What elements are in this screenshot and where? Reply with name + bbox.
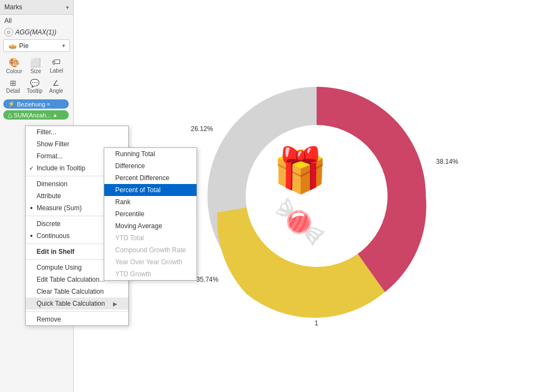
menu-filter[interactable]: Filter... [26, 126, 128, 138]
menu-quick-table-calc[interactable]: Quick Table Calculation ▶ [26, 298, 128, 310]
label-button[interactable]: 🏷 Label [46, 56, 66, 76]
menu-quick-table-label: Quick Table Calculation [37, 300, 105, 307]
marks-header: Marks ▾ [0, 0, 73, 15]
size-label: Size [31, 68, 41, 74]
quick-table-submenu: Running Total Difference Percent Differe… [104, 147, 197, 281]
sum-pill[interactable]: △ SUM(Anzah... ▲ [3, 110, 69, 120]
chart-type-selector[interactable]: 🥧 Pie ▾ [3, 39, 70, 52]
menu-filter-label: Filter... [37, 128, 56, 136]
menu-format-label: Format... [37, 152, 63, 160]
detail-button[interactable]: ⊞ Detail [3, 77, 23, 96]
submenu-percent-difference[interactable]: Percent Difference [104, 172, 197, 184]
colour-button[interactable]: 🎨 Colour [3, 56, 25, 76]
detail-label: Detail [6, 88, 20, 94]
colour-icon: 🎨 [9, 57, 20, 68]
label-top-left: 26.12% [191, 125, 213, 133]
submenu-moving-avg[interactable]: Moving Average [104, 220, 197, 232]
label-right: 38.14% [436, 158, 459, 165]
beziehung-pill[interactable]: ⚡ Beziehung ≡ [3, 99, 69, 109]
submenu-running-total[interactable]: Running Total [104, 148, 197, 160]
percentile-label: Percentile [115, 210, 144, 218]
ytd-growth-label: YTD Growth [115, 270, 151, 278]
angle-icon: ∠ [52, 79, 60, 87]
difference-label: Difference [115, 162, 145, 170]
percent-difference-label: Percent Difference [115, 174, 169, 182]
chart-center-icon: 🎁🍬 [273, 152, 360, 240]
donut-chart: 🎁🍬 26.12% 38.14% 35.74% 1 [180, 60, 453, 332]
menu-include-tooltip-label: Include in Tooltip [37, 164, 85, 172]
submenu-ytd-growth: YTD Growth [104, 268, 197, 280]
agg-text: AGG(MAX(1)) [15, 28, 56, 36]
rank-label: Rank [115, 198, 130, 206]
marks-icons: 🎨 Colour ⬜ Size 🏷 Label ⊞ Detail 💬 Toolt… [0, 54, 73, 98]
colour-label: Colour [6, 68, 22, 74]
menu-clear-table-calc[interactable]: Clear Table Calculation [26, 286, 128, 298]
menu-clear-table-label: Clear Table Calculation [37, 288, 104, 295]
submenu-compound-growth: Compound Growth Rate [104, 244, 197, 256]
size-button[interactable]: ⬜ Size [26, 56, 45, 76]
detail-icon: ⊞ [10, 79, 16, 87]
submenu-rank[interactable]: Rank [104, 196, 197, 208]
all-label: All [0, 15, 73, 27]
moving-avg-label: Moving Average [115, 222, 162, 230]
year-over-year-label: Year Over Year Growth [115, 258, 182, 266]
beziehung-label: Beziehung [17, 101, 45, 108]
menu-measure-label: Measure (Sum) [37, 204, 82, 212]
pill-row: ⚡ Beziehung ≡ △ SUM(Anzah... ▲ [0, 98, 73, 121]
submenu-ytd-total: YTD Total [104, 232, 197, 244]
menu-dimension-label: Dimension [37, 180, 68, 188]
submenu-difference[interactable]: Difference [104, 160, 197, 172]
submenu-year-over-year: Year Over Year Growth [104, 256, 197, 268]
menu-remove[interactable]: Remove [26, 313, 128, 325]
sum-label: SUM(Anzah... [14, 112, 51, 118]
angle-button[interactable]: ∠ Angle [46, 77, 66, 96]
pie-label: Pie [19, 42, 60, 50]
size-icon: ⬜ [30, 57, 41, 68]
menu-edit-table-label: Edit Table Calculation... [37, 276, 105, 283]
ytd-total-label: YTD Total [115, 234, 144, 242]
bullet-icon: • [30, 204, 33, 212]
separator-5 [26, 311, 128, 312]
menu-attribute-label: Attribute [37, 192, 61, 200]
agg-icon: ⊙ [4, 28, 13, 37]
tooltip-button[interactable]: 💬 Tooltip [24, 77, 45, 96]
menu-discrete-label: Discrete [37, 220, 61, 228]
menu-remove-label: Remove [37, 316, 61, 323]
tooltip-label: Tooltip [27, 88, 43, 94]
label-icon: 🏷 [52, 57, 61, 67]
label-center-bottom: 1 [314, 319, 318, 327]
menu-edit-shelf-label: Edit in Shelf [37, 248, 74, 256]
label-label: Label [50, 68, 63, 74]
menu-compute-label: Compute Using [37, 264, 82, 271]
pie-dropdown-icon: ▾ [62, 43, 65, 49]
label-bottom-left: 35.74% [197, 276, 219, 283]
running-total-label: Running Total [115, 150, 155, 158]
marks-title: Marks [4, 3, 22, 11]
continuous-bullet: • [30, 231, 33, 240]
compound-growth-label: Compound Growth Rate [115, 246, 186, 254]
menu-continuous-label: Continuous [37, 232, 70, 240]
quick-table-arrow: ▶ [113, 301, 117, 307]
marks-dropdown-icon[interactable]: ▾ [66, 4, 69, 10]
agg-row: ⊙ AGG(MAX(1)) [0, 27, 73, 38]
percent-total-label: Percent of Total [115, 186, 160, 194]
check-icon: ✓ [29, 165, 34, 172]
angle-label: Angle [49, 88, 63, 94]
submenu-percentile[interactable]: Percentile [104, 208, 197, 220]
tooltip-icon: 💬 [30, 79, 39, 87]
submenu-percent-of-total[interactable]: Percent of Total [104, 184, 197, 196]
menu-show-filter-label: Show Filter [37, 140, 69, 148]
